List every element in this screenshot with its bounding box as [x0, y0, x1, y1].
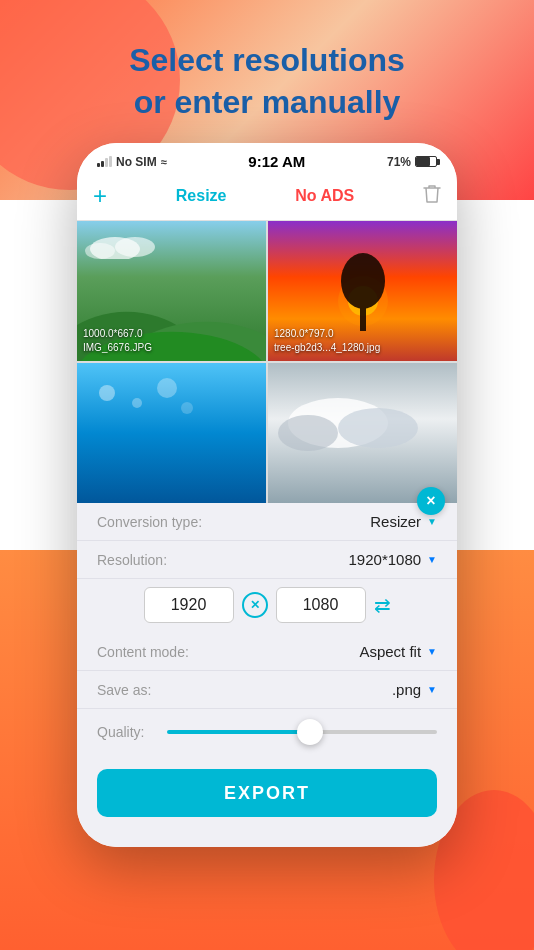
clouds2-svg — [278, 383, 438, 463]
svg-point-11 — [132, 398, 142, 408]
add-button[interactable]: + — [93, 182, 107, 210]
multiply-icon: ✕ — [242, 592, 268, 618]
close-button[interactable]: × — [417, 487, 445, 515]
resolution-label: Resolution: — [97, 552, 167, 568]
content-mode-label: Content mode: — [97, 644, 189, 660]
page-title: Select resolutions or enter manually — [20, 40, 514, 123]
image-grid: 1000.0*667.0 IMG_6676.JPG 1280.0*797.0 — [77, 221, 457, 503]
battery-icon — [415, 156, 437, 167]
content-mode-dropdown-icon: ▼ — [427, 646, 437, 657]
settings-panel: × Conversion type: Resizer ▼ Resolution:… — [77, 503, 457, 847]
resolution-value[interactable]: 1920*1080 ▼ — [349, 551, 437, 568]
resolution-inputs-row: ✕ ⇄ — [77, 579, 457, 633]
tree-silhouette-svg — [338, 251, 388, 331]
clouds-image — [268, 363, 457, 503]
export-button[interactable]: EXPORT — [97, 769, 437, 817]
image-label-1: 1000.0*667.0 IMG_6676.JPG — [83, 327, 152, 355]
cloud-svg — [85, 229, 165, 259]
trash-button[interactable] — [423, 184, 441, 209]
top-nav: + Resize No ADS — [77, 176, 457, 220]
header-section: Select resolutions or enter manually — [0, 0, 534, 143]
quality-row: Quality: — [77, 709, 457, 755]
height-input[interactable] — [276, 587, 366, 623]
status-right: 71% — [387, 155, 437, 169]
conversion-type-value[interactable]: Resizer ▼ — [370, 513, 437, 530]
save-as-value[interactable]: .png ▼ — [392, 681, 437, 698]
image-cell-3[interactable] — [77, 363, 266, 503]
content-mode-value[interactable]: Aspect fit ▼ — [359, 643, 437, 660]
conversion-type-label: Conversion type: — [97, 514, 202, 530]
status-time: 9:12 AM — [248, 153, 305, 170]
quality-slider[interactable] — [167, 717, 437, 747]
battery-percent: 71% — [387, 155, 411, 169]
resolution-row: Resolution: 1920*1080 ▼ — [77, 541, 457, 579]
svg-point-12 — [157, 378, 177, 398]
phone-frame: No SIM ≈ 9:12 AM 71% + Resize No ADS — [77, 143, 457, 847]
svg-point-13 — [181, 402, 193, 414]
swap-icon[interactable]: ⇄ — [374, 593, 391, 617]
svg-point-5 — [85, 243, 115, 259]
svg-point-4 — [115, 237, 155, 257]
content-mode-row: Content mode: Aspect fit ▼ — [77, 633, 457, 671]
svg-point-16 — [278, 415, 338, 451]
signal-bars-icon — [97, 156, 112, 167]
conversion-type-dropdown-icon: ▼ — [427, 516, 437, 527]
save-as-row: Save as: .png ▼ — [77, 671, 457, 709]
image-cell-2[interactable]: 1280.0*797.0 tree-gb2d3...4_1280.jpg — [268, 221, 457, 361]
no-ads-button[interactable]: No ADS — [295, 187, 354, 205]
width-input[interactable] — [144, 587, 234, 623]
resolution-dropdown-icon: ▼ — [427, 554, 437, 565]
status-left: No SIM ≈ — [97, 155, 167, 169]
no-sim-label: No SIM — [116, 155, 157, 169]
ocean-image — [77, 363, 266, 503]
wifi-icon: ≈ — [161, 156, 167, 168]
bubbles-svg — [87, 373, 207, 433]
save-as-label: Save as: — [97, 682, 151, 698]
quality-label: Quality: — [97, 724, 157, 740]
resize-tab[interactable]: Resize — [176, 187, 227, 205]
svg-point-9 — [341, 253, 385, 309]
slider-thumb[interactable] — [297, 719, 323, 745]
save-as-dropdown-icon: ▼ — [427, 684, 437, 695]
image-cell-1[interactable]: 1000.0*667.0 IMG_6676.JPG — [77, 221, 266, 361]
svg-point-10 — [99, 385, 115, 401]
conversion-type-row: Conversion type: Resizer ▼ — [77, 503, 457, 541]
status-bar: No SIM ≈ 9:12 AM 71% — [77, 143, 457, 176]
image-cell-4[interactable] — [268, 363, 457, 503]
image-label-2: 1280.0*797.0 tree-gb2d3...4_1280.jpg — [274, 327, 380, 355]
svg-point-15 — [338, 408, 418, 448]
